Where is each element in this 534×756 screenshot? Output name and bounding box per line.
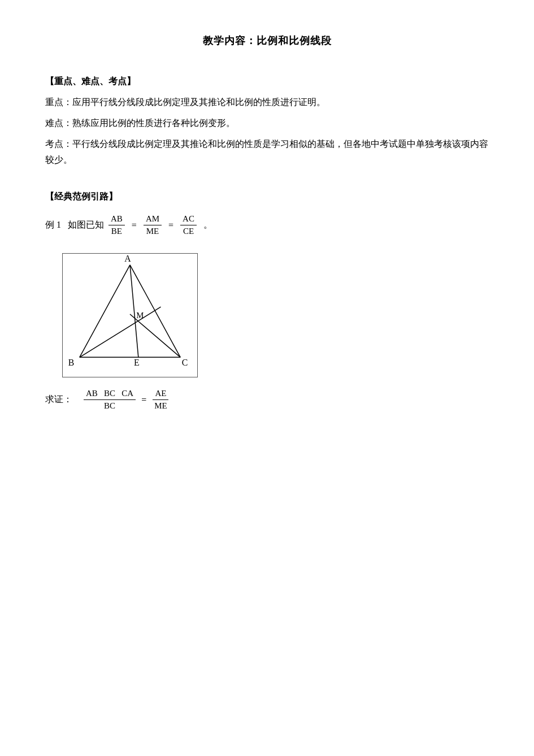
proof-line: 求证： AB BC CA BC = AE ME	[45, 389, 489, 411]
page-title: 教学内容：比例和比例线段	[45, 34, 489, 47]
period: 。	[203, 219, 212, 231]
proof-num-bc: BC	[104, 389, 115, 398]
fraction-ac-ce: AC CE	[180, 214, 197, 236]
given-fractions: AB BE = AM ME = AC CE 。	[108, 214, 212, 236]
svg-line-4	[80, 307, 161, 357]
frac1-denominator: BE	[109, 225, 124, 236]
equals-sign-1: =	[132, 220, 137, 231]
proof-main-fraction: AB BC CA BC	[84, 389, 136, 411]
example-1-label: 例 1	[45, 219, 61, 231]
difficult-point-text: 难点：熟练应用比例的性质进行各种比例变形。	[45, 115, 489, 132]
svg-text:A: A	[124, 254, 131, 263]
test-point-text: 考点：平行线分线段成比例定理及其推论和比例的性质是学习相似的基础，但各地中考试题…	[45, 136, 489, 169]
frac2-denominator: ME	[144, 225, 162, 236]
svg-line-0	[80, 265, 130, 358]
svg-text:E: E	[134, 358, 140, 367]
example-1-line: 例 1 如图已知 AB BE = AM ME = AC CE 。	[45, 214, 489, 236]
key-point-text: 重点：应用平行线分线段成比例定理及其推论和比例的性质进行证明。	[45, 94, 489, 111]
proof-numerator: AB BC CA	[84, 389, 136, 400]
fraction-ab-be: AB BE	[108, 214, 125, 236]
classic-examples-header: 【经典范例引路】	[45, 191, 489, 203]
proof-fraction-group: AB BC CA BC = AE ME	[84, 389, 170, 411]
svg-text:M: M	[136, 311, 144, 320]
proof-rhs-fraction: AE ME	[152, 389, 170, 411]
svg-text:C: C	[182, 358, 188, 367]
frac3-denominator: CE	[181, 225, 196, 236]
example-1-intro: 如图已知	[68, 219, 104, 231]
proof-num-ca: CA	[121, 389, 133, 398]
proof-num-ab: AB	[86, 389, 98, 398]
proof-rhs-denominator: ME	[152, 400, 170, 411]
key-points-header: 【重点、难点、考点】	[45, 76, 489, 88]
triangle-diagram: A B E C M	[62, 253, 198, 377]
frac1-numerator: AB	[108, 214, 125, 225]
equals-sign-2: =	[168, 220, 173, 231]
proof-denominator: BC	[102, 400, 118, 411]
proof-rhs-numerator: AE	[153, 389, 168, 400]
svg-text:B: B	[68, 358, 75, 367]
fraction-am-me: AM ME	[144, 214, 162, 236]
proof-label: 求证：	[45, 394, 72, 406]
proof-equals-sign: =	[141, 395, 146, 405]
frac2-numerator: AM	[144, 214, 162, 225]
frac3-numerator: AC	[180, 214, 197, 225]
